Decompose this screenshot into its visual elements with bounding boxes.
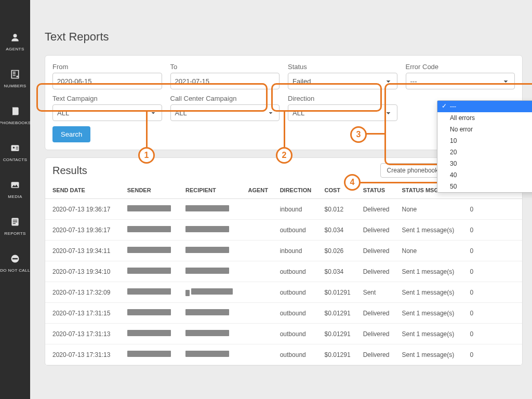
cell-send-date: 2020-07-13 17:31:15 <box>45 303 123 324</box>
cell-status: Delivered <box>359 241 398 261</box>
cell-status: Delivered <box>359 324 398 344</box>
sidebar-item-phonebooks[interactable]: PHONEBOOKS <box>0 105 31 125</box>
to-label: To <box>170 63 280 71</box>
cell-error-code: 0 <box>466 282 522 303</box>
sidebar-item-reports[interactable]: REPORTS <box>4 216 25 236</box>
errorcode-label: Error Code <box>406 63 515 71</box>
results-title: Results <box>52 165 376 177</box>
direction-select[interactable]: ALL <box>288 104 397 121</box>
main-content: Text Reports From To Status Failed Error… <box>30 0 532 399</box>
errorcode-dropdown[interactable]: ---All errorsNo error1020304050 <box>437 100 532 193</box>
cell-status-msg: Sent 1 message(s) <box>398 261 466 282</box>
contact-card-icon <box>8 142 22 154</box>
cell-cost: $0.01291 <box>321 303 359 324</box>
from-input[interactable] <box>52 73 162 89</box>
cell-sender <box>123 199 181 220</box>
cell-direction: outbound <box>276 344 321 365</box>
cell-direction: inbound <box>276 241 321 261</box>
errorcode-option[interactable]: No error <box>437 124 532 135</box>
do-not-icon <box>8 252 22 265</box>
report-icon <box>8 216 22 228</box>
col-cost: COST <box>321 182 359 199</box>
to-input[interactable] <box>170 73 280 89</box>
sidebar-item-donotcall[interactable]: DO NOT CALL <box>0 252 30 273</box>
col-sender: SENDER <box>123 182 181 199</box>
cell-error-code: 0 <box>466 261 522 282</box>
sidebar-item-label: DO NOT CALL <box>0 268 30 273</box>
cell-cost: $0.01291 <box>321 344 359 365</box>
cell-status-msg: Sent 1 message(s) <box>398 282 466 303</box>
cell-agent <box>244 220 276 241</box>
cell-cost: $0.01291 <box>321 282 359 303</box>
direction-label: Direction <box>288 95 397 102</box>
errorcode-option[interactable]: --- <box>437 101 532 112</box>
text-campaign-select[interactable]: ALL <box>52 104 162 121</box>
sidebar: AGENTS NUMBERS PHONEBOOKS CONTACTS MEDIA <box>0 0 30 399</box>
cell-status: Sent <box>359 282 398 303</box>
cell-agent <box>244 199 276 220</box>
cell-direction: inbound <box>276 199 321 220</box>
book-icon <box>8 105 22 117</box>
col-send-date: SEND DATE <box>45 182 123 199</box>
search-button[interactable]: Search <box>52 126 90 142</box>
ccc-select[interactable]: ALL <box>170 104 280 121</box>
errorcode-option[interactable]: All errors <box>437 112 532 124</box>
cell-send-date: 2020-07-13 19:34:11 <box>45 241 123 261</box>
cell-recipient <box>181 199 244 220</box>
svg-point-0 <box>13 34 17 37</box>
sidebar-item-media[interactable]: MEDIA <box>8 179 22 199</box>
sidebar-item-label: REPORTS <box>4 231 25 236</box>
cell-recipient <box>181 282 244 303</box>
errorcode-option[interactable]: 20 <box>437 147 532 158</box>
results-table: SEND DATE SENDER RECIPIENT AGENT DIRECTI… <box>45 182 522 365</box>
cell-error-code: 0 <box>466 324 522 344</box>
svg-rect-2 <box>11 145 19 151</box>
cell-sender <box>123 303 181 324</box>
cell-direction: outbound <box>276 303 321 324</box>
cell-agent <box>244 303 276 324</box>
table-row: 2020-07-13 19:36:17outbound$0.034Deliver… <box>45 220 522 241</box>
sidebar-item-label: MEDIA <box>8 194 22 199</box>
col-status: STATUS <box>359 182 398 199</box>
ccc-label: Call Center Campaign <box>170 95 280 102</box>
sidebar-item-agents[interactable]: AGENTS <box>6 31 24 51</box>
table-row: 2020-07-13 17:31:13outbound$0.01291Deliv… <box>45 344 522 365</box>
cell-direction: outbound <box>276 261 321 282</box>
cell-status-msg: Sent 1 message(s) <box>398 324 466 344</box>
svg-point-3 <box>13 147 15 149</box>
errorcode-option[interactable]: 40 <box>437 169 532 181</box>
cell-send-date: 2020-07-13 19:36:17 <box>45 220 123 241</box>
svg-rect-7 <box>12 258 18 260</box>
col-recipient: RECIPIENT <box>181 182 244 199</box>
cell-error-code: 0 <box>466 241 522 261</box>
errorcode-select[interactable]: --- <box>406 73 515 89</box>
cell-error-code: 0 <box>466 344 522 365</box>
errorcode-option[interactable]: 10 <box>437 135 532 147</box>
errorcode-option[interactable]: 50 <box>437 181 532 192</box>
cell-status: Delivered <box>359 220 398 241</box>
sidebar-item-contacts[interactable]: CONTACTS <box>3 142 28 162</box>
table-row: 2020-07-13 19:34:10outbound$0.034Deliver… <box>45 261 522 282</box>
cell-recipient <box>181 261 244 282</box>
cell-sender <box>123 241 181 261</box>
table-row: 2020-07-13 19:34:11inbound$0.026Delivere… <box>45 241 522 261</box>
text-campaign-label: Text Campaign <box>52 95 162 102</box>
cell-recipient <box>181 220 244 241</box>
cell-status: Delivered <box>359 303 398 324</box>
user-icon <box>8 31 22 44</box>
status-select[interactable]: Failed <box>288 73 397 89</box>
sidebar-item-numbers[interactable]: NUMBERS <box>4 68 26 88</box>
cell-cost: $0.026 <box>321 241 359 261</box>
phone-list-icon <box>8 68 22 81</box>
cell-error-code: 0 <box>466 220 522 241</box>
sidebar-item-label: AGENTS <box>6 47 24 51</box>
cell-agent <box>244 344 276 365</box>
sidebar-item-label: NUMBERS <box>4 84 26 88</box>
cell-agent <box>244 282 276 303</box>
from-label: From <box>52 63 162 71</box>
cell-recipient <box>181 303 244 324</box>
page-title: Text Reports <box>45 30 523 44</box>
cell-direction: outbound <box>276 220 321 241</box>
errorcode-option[interactable]: 30 <box>437 158 532 169</box>
status-label: Status <box>288 63 397 71</box>
